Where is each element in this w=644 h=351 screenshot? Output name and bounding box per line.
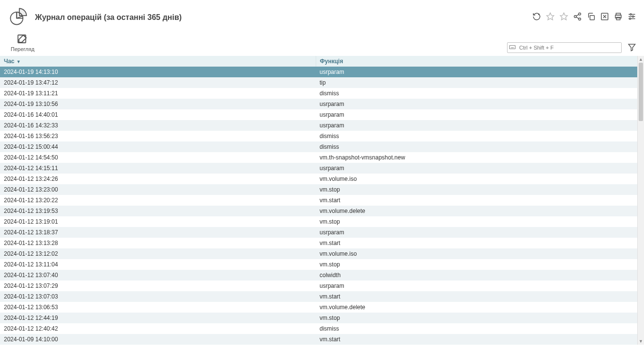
cell-func: vm.volume.delete — [316, 302, 637, 313]
cell-func: usrparam — [316, 281, 637, 291]
table-row[interactable]: 2024-01-12 13:23:00vm.stop — [0, 184, 637, 195]
scroll-down-arrow-icon[interactable]: ▼ — [638, 338, 644, 345]
svg-rect-25 — [509, 46, 515, 49]
header-right — [532, 12, 636, 22]
table-row[interactable]: 2024-01-12 13:24:26vm.volume.iso — [0, 174, 637, 184]
table-row[interactable]: 2024-01-12 13:13:28vm.start — [0, 238, 637, 248]
cell-time: 2024-01-16 14:40:01 — [0, 109, 316, 120]
table-row[interactable]: 2024-01-16 13:56:23dismiss — [0, 131, 637, 141]
star-outline-icon[interactable] — [546, 12, 555, 22]
svg-marker-4 — [547, 13, 554, 20]
settings-sliders-icon[interactable] — [627, 12, 636, 22]
table-row[interactable]: 2024-01-19 13:47:12tip — [0, 77, 637, 88]
cell-func: usrparam — [316, 227, 637, 238]
cell-time: 2024-01-12 14:54:50 — [0, 152, 316, 163]
cell-func: usrparam — [316, 67, 637, 77]
table-row[interactable]: 2024-01-12 13:12:02vm.volume.iso — [0, 248, 637, 259]
table-row[interactable]: 2024-01-12 13:07:40colwidth — [0, 270, 637, 281]
cell-func: vm.start — [316, 291, 637, 302]
search-wrap — [507, 42, 622, 53]
table-row[interactable]: 2024-01-12 13:07:03vm.start — [0, 291, 637, 302]
vertical-scrollbar[interactable]: ▲ ▼ — [637, 56, 644, 345]
share-icon[interactable] — [573, 12, 582, 22]
table-row[interactable]: 2024-01-16 14:40:01usrparam — [0, 109, 637, 120]
cell-func: vm.th-snapshot-vmsnapshot.new — [316, 152, 637, 163]
view-button[interactable]: Перегляд — [8, 33, 37, 53]
cell-time: 2024-01-12 13:12:02 — [0, 248, 316, 259]
scroll-up-arrow-icon[interactable]: ▲ — [638, 56, 644, 63]
table-row[interactable]: 2024-01-12 13:19:53vm.volume.delete — [0, 206, 637, 216]
table-row[interactable]: 2024-01-12 15:00:44dismiss — [0, 141, 637, 152]
cell-func: usrparam — [316, 109, 637, 120]
filter-icon[interactable] — [627, 43, 636, 53]
cell-time: 2024-01-12 13:19:53 — [0, 206, 316, 216]
table-row[interactable]: 2024-01-12 13:20:22vm.start — [0, 195, 637, 206]
col-header-time[interactable]: Час▼ — [0, 56, 316, 67]
col-header-func[interactable]: Функція — [316, 56, 637, 67]
table-row[interactable]: 2024-01-12 13:18:37usrparam — [0, 227, 637, 238]
copy-icon[interactable] — [587, 12, 595, 22]
cell-time: 2024-01-12 13:19:01 — [0, 216, 316, 227]
col-header-time-label: Час — [4, 58, 15, 65]
cell-time: 2024-01-12 13:24:26 — [0, 174, 316, 184]
cell-time: 2024-01-19 13:47:12 — [0, 77, 316, 88]
table-row[interactable]: 2024-01-19 13:10:56usrparam — [0, 99, 637, 109]
table-row[interactable]: 2024-01-12 13:11:04vm.stop — [0, 259, 637, 270]
cell-time: 2024-01-16 13:56:23 — [0, 131, 316, 141]
cell-time: 2024-01-12 13:06:53 — [0, 302, 316, 313]
cell-func: tip — [316, 77, 637, 88]
table-row[interactable]: 2024-01-12 13:07:29usrparam — [0, 281, 637, 291]
refresh-icon[interactable] — [532, 12, 541, 22]
cell-time: 2024-01-12 13:18:37 — [0, 227, 316, 238]
cell-func: vm.stop — [316, 216, 637, 227]
cell-time: 2024-01-12 12:44:19 — [0, 313, 316, 323]
cell-func: dismiss — [316, 88, 637, 99]
table-row[interactable]: 2024-01-12 13:19:01vm.stop — [0, 216, 637, 227]
table-wrap: Час▼ Функція 2024-01-19 14:13:10usrparam… — [0, 56, 644, 345]
table-row[interactable]: 2024-01-09 14:10:00vm.start — [0, 334, 637, 345]
cell-func: colwidth — [316, 270, 637, 281]
cell-time: 2024-01-19 13:10:56 — [0, 99, 316, 109]
table-row[interactable]: 2024-01-16 14:32:33usrparam — [0, 120, 637, 131]
print-icon[interactable] — [614, 12, 623, 22]
cell-time: 2024-01-12 13:11:04 — [0, 259, 316, 270]
cell-func: dismiss — [316, 323, 637, 334]
table-row[interactable]: 2024-01-12 12:44:19vm.stop — [0, 313, 637, 323]
cell-time: 2024-01-12 12:40:42 — [0, 323, 316, 334]
cell-time: 2024-01-19 14:13:10 — [0, 67, 316, 77]
svg-point-19 — [630, 14, 631, 15]
scroll-track[interactable] — [638, 63, 644, 338]
page-title: Журнал операцій (за останні 365 днів) — [35, 13, 182, 22]
cell-func: dismiss — [316, 141, 637, 152]
star-icon[interactable] — [559, 12, 568, 22]
svg-point-21 — [632, 16, 634, 18]
scroll-thumb[interactable] — [639, 63, 643, 121]
cell-time: 2024-01-19 13:11:21 — [0, 88, 316, 99]
svg-point-7 — [574, 16, 576, 18]
cell-time: 2024-01-12 13:23:00 — [0, 184, 316, 195]
operations-table: Час▼ Функція 2024-01-19 14:13:10usrparam… — [0, 56, 637, 345]
svg-marker-31 — [628, 44, 635, 51]
cell-time: 2024-01-12 13:07:03 — [0, 291, 316, 302]
table-row[interactable]: 2024-01-12 13:06:53vm.volume.delete — [0, 302, 637, 313]
view-button-label: Перегляд — [11, 46, 34, 52]
header-left: Журнал операцій (за останні 365 днів) — [8, 6, 182, 29]
svg-rect-11 — [590, 16, 594, 20]
cell-time: 2024-01-12 13:13:28 — [0, 238, 316, 248]
cell-func: vm.start — [316, 238, 637, 248]
col-header-func-label: Функція — [320, 58, 343, 65]
search-input[interactable] — [507, 42, 622, 53]
table-header-row: Час▼ Функція — [0, 56, 637, 67]
table-row[interactable]: 2024-01-12 12:40:42dismiss — [0, 323, 637, 334]
export-x-icon[interactable] — [600, 12, 609, 22]
table-row[interactable]: 2024-01-19 13:11:21dismiss — [0, 88, 637, 99]
cell-time: 2024-01-12 14:15:11 — [0, 163, 316, 174]
table-row[interactable]: 2024-01-19 14:13:10usrparam — [0, 67, 637, 77]
table-row[interactable]: 2024-01-12 14:54:50vm.th-snapshot-vmsnap… — [0, 152, 637, 163]
svg-point-23 — [629, 18, 631, 19]
cell-func: vm.stop — [316, 259, 637, 270]
table-row[interactable]: 2024-01-12 14:15:11usrparam — [0, 163, 637, 174]
cell-time: 2024-01-12 13:07:40 — [0, 270, 316, 281]
cell-func: vm.stop — [316, 184, 637, 195]
cell-func: usrparam — [316, 99, 637, 109]
